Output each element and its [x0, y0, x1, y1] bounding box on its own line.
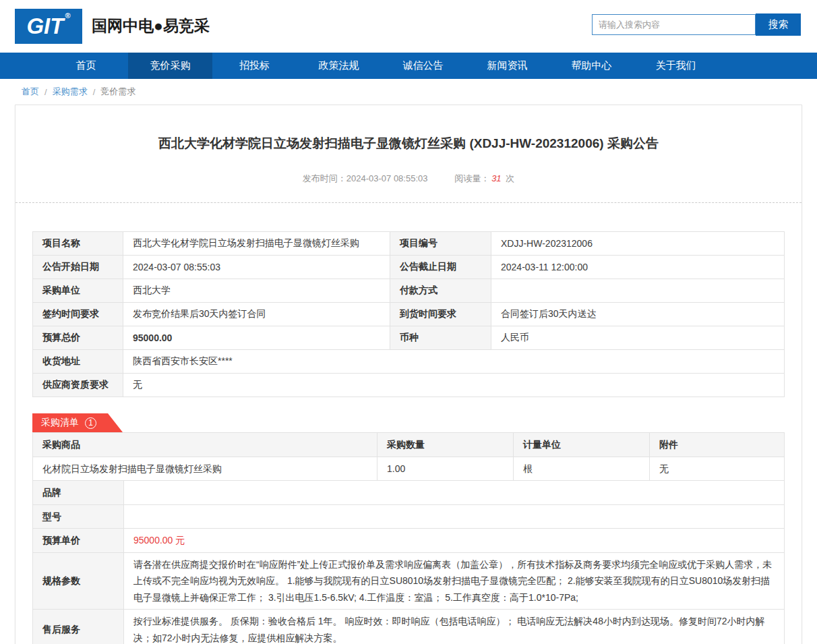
table-row: 项目名称 西北大学化材学院日立场发射扫描电子显微镜灯丝采购 项目编号 XDJJ-…: [33, 232, 785, 256]
field-label: 付款方式: [390, 279, 491, 303]
nav-item-home[interactable]: 首页: [44, 53, 128, 79]
product-quantity: 1.00: [377, 457, 513, 481]
registered-mark-icon: ®: [65, 11, 70, 20]
field-label: 供应商资质要求: [33, 374, 123, 397]
search-input[interactable]: [592, 14, 756, 35]
view-count-number: 31: [491, 173, 501, 183]
nav-item-bidding-purchase[interactable]: 竞价采购: [128, 53, 212, 79]
after-sales-value: 按行业标准提供服务。 质保期：验收合格后 1年。 响应时效：即时响应（包括电话响…: [123, 610, 784, 644]
main-nav: 首页 竞价采购 招投标 政策法规 诚信公告 新闻资讯 帮助中心 关于我们: [0, 53, 817, 79]
field-label: 售后服务: [33, 610, 123, 644]
nav-item-about[interactable]: 关于我们: [634, 53, 718, 79]
breadcrumb-separator: /: [93, 87, 96, 97]
table-row: 签约时间要求 发布竞价结果后30天内签订合同 到货时间要求 合同签订后30天内送…: [33, 303, 785, 326]
field-value: [491, 279, 785, 303]
field-label: 品牌: [33, 481, 123, 504]
project-info-table: 项目名称 西北大学化材学院日立场发射扫描电子显微镜灯丝采购 项目编号 XDJJ-…: [32, 231, 785, 397]
table-row: 售后服务 按行业标准提供服务。 质保期：验收合格后 1年。 响应时效：即时响应（…: [33, 610, 784, 644]
field-label: 型号: [33, 505, 123, 529]
table-row: 规格参数 请各潜在供应商提交报价时在“响应附件”处上传正式报价单及需求响应偏离表…: [33, 553, 784, 610]
column-header: 附件: [649, 433, 784, 457]
top-header: GIT® 国网中电●易竞采 搜索: [0, 0, 817, 53]
field-label: 预算单价: [33, 529, 123, 552]
field-value: [123, 505, 784, 529]
breadcrumb: 首页 / 采购需求 / 竞价需求: [0, 79, 817, 105]
search-bar: 搜索: [592, 13, 801, 36]
nav-item-tender[interactable]: 招投标: [212, 53, 297, 79]
field-value: 2024-03-11 12:00:00: [491, 256, 785, 279]
view-count: 阅读量：31 次: [454, 173, 514, 183]
field-value: XDJJ-HW-202312006: [491, 232, 785, 256]
breadcrumb-purchase-demand[interactable]: 采购需求: [53, 86, 88, 98]
nav-item-news[interactable]: 新闻资讯: [465, 53, 549, 79]
product-attachment: 无: [649, 457, 784, 481]
unit-price-value: 95000.00 元: [123, 529, 784, 552]
table-row: 供应商资质要求 无: [33, 374, 785, 397]
logo-text: GIT: [26, 13, 63, 39]
budget-total-value: 95000.00: [123, 326, 390, 350]
table-row: 品牌: [33, 481, 784, 505]
nav-item-help[interactable]: 帮助中心: [549, 53, 634, 79]
column-header: 计量单位: [513, 433, 649, 457]
field-label: 签约时间要求: [33, 303, 123, 326]
field-value: 西北大学: [123, 279, 390, 303]
announcement-meta: 发布时间：2024-03-07 08:55:03 阅读量：31 次: [16, 173, 801, 185]
table-row: 公告开始日期 2024-03-07 08:55:03 公告截止日期 2024-0…: [33, 256, 785, 279]
table-row: 采购单位 西北大学 付款方式: [33, 279, 785, 303]
purchase-list-badge-label: 采购清单: [41, 417, 79, 429]
publish-time: 发布时间：2024-03-07 08:55:03: [303, 173, 428, 183]
product-name: 化材院日立场发射扫描电子显微镜灯丝采购: [33, 457, 377, 481]
field-value: 无: [123, 374, 785, 397]
field-value: 人民币: [491, 326, 785, 350]
dashed-divider: [16, 202, 801, 203]
announcement-card: 西北大学化材学院日立场发射扫描电子显微镜灯丝采购 (XDJJ-HW-202312…: [15, 105, 802, 644]
search-button[interactable]: 搜索: [756, 13, 801, 36]
breadcrumb-current: 竞价需求: [100, 86, 135, 98]
field-label: 公告截止日期: [390, 256, 491, 279]
table-row: 收货地址 陕西省西安市长安区****: [33, 350, 785, 374]
site-logo[interactable]: GIT®: [15, 9, 82, 44]
site-name: 国网中电●易竞采: [92, 16, 210, 36]
product-unit: 根: [513, 457, 649, 481]
product-row: 化材院日立场发射扫描电子显微镜灯丝采购 1.00 根 无: [33, 457, 784, 481]
field-label: 项目编号: [390, 232, 491, 256]
field-value: 陕西省西安市长安区****: [123, 350, 785, 374]
field-value: 发布竞价结果后30天内签订合同: [123, 303, 390, 326]
breadcrumb-separator: /: [44, 87, 47, 97]
nav-item-policy[interactable]: 政策法规: [297, 53, 381, 79]
field-value: 合同签订后30天内送达: [491, 303, 785, 326]
nav-item-integrity[interactable]: 诚信公告: [381, 53, 465, 79]
field-label: 币种: [390, 326, 491, 350]
field-value: 西北大学化材学院日立场发射扫描电子显微镜灯丝采购: [123, 232, 390, 256]
spec-params-value: 请各潜在供应商提交报价时在“响应附件”处上传正式报价单及需求响应偏离表（加盖公章…: [123, 553, 784, 610]
column-header: 采购商品: [33, 433, 377, 457]
column-header: 采购数量: [377, 433, 513, 457]
field-label: 到货时间要求: [390, 303, 491, 326]
field-label: 规格参数: [33, 553, 123, 610]
table-header-row: 采购商品 采购数量 计量单位 附件: [33, 433, 784, 457]
field-label: 收货地址: [33, 350, 123, 374]
field-label: 项目名称: [33, 232, 123, 256]
field-value: 2024-03-07 08:55:03: [123, 256, 390, 279]
field-label: 采购单位: [33, 279, 123, 303]
field-label: 预算总价: [33, 326, 123, 350]
field-label: 公告开始日期: [33, 256, 123, 279]
table-row: 预算总价 95000.00 币种 人民币: [33, 326, 785, 350]
purchase-items-table: 采购商品 采购数量 计量单位 附件 化材院日立场发射扫描电子显微镜灯丝采购 1.…: [32, 432, 785, 644]
breadcrumb-home[interactable]: 首页: [22, 86, 39, 98]
page-title: 西北大学化材学院日立场发射扫描电子显微镜灯丝采购 (XDJJ-HW-202312…: [16, 135, 801, 152]
table-row: 预算单价 95000.00 元: [33, 529, 784, 553]
purchase-list-count-icon: 1: [85, 417, 96, 429]
table-row: 型号: [33, 505, 784, 529]
field-value: [123, 481, 784, 504]
purchase-list-badge: 采购清单 1: [32, 413, 123, 432]
